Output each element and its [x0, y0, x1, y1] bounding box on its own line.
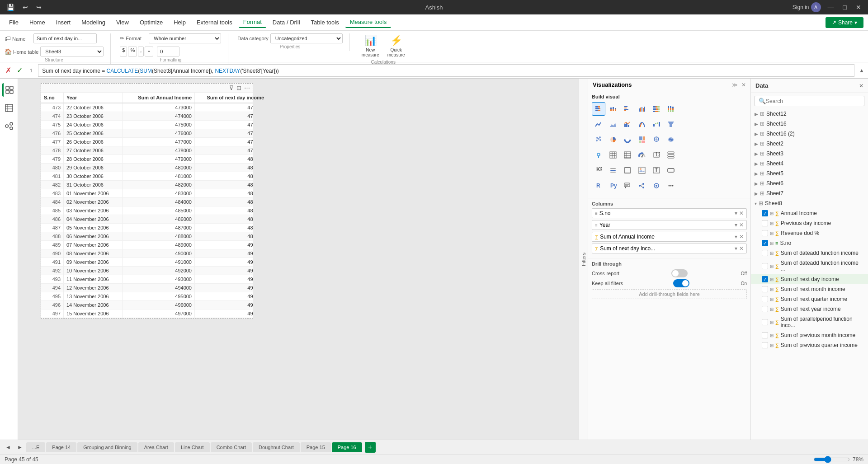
tab-nav-prev[interactable]: ◄ [3, 442, 14, 452]
menu-home[interactable]: Home [25, 17, 50, 28]
menu-external-tools[interactable]: External tools [192, 17, 237, 28]
viz-panel-expand-icon[interactable]: ≫ [732, 82, 738, 88]
ribbon-currency-btn[interactable]: $ [120, 47, 127, 56]
ribbon-percent-btn[interactable]: % [128, 47, 137, 56]
menu-view[interactable]: View [112, 17, 133, 28]
viz-100pct-bar[interactable] [650, 102, 663, 116]
menu-table-tools[interactable]: Table tools [307, 17, 344, 28]
viz-funnel[interactable] [664, 117, 678, 131]
data-tree-item[interactable]: ⊞ ∑ Sum of previous month income [751, 330, 868, 340]
undo-icon[interactable]: ↩ [20, 3, 30, 12]
field-checkbox[interactable]: ✓ [762, 276, 768, 282]
field-checkbox[interactable] [762, 332, 768, 338]
viz-azure-map[interactable] [592, 148, 605, 162]
viz-shape[interactable] [621, 164, 634, 177]
data-tree-item[interactable]: ⊞ ∑ Sum of next quarter income [751, 294, 868, 304]
more-options-icon[interactable]: ⋯ [244, 84, 250, 91]
tab-page15[interactable]: Page 15 [301, 442, 331, 452]
data-tree-item[interactable]: ✓ ⊞ ∑ Sum of next day income [751, 274, 868, 284]
data-tree-item[interactable]: ⊞ ∑ Previous day income [751, 218, 868, 228]
column-annual-dropdown[interactable]: ▾ [735, 234, 737, 240]
maximize-icon[interactable]: □ [841, 3, 849, 12]
field-checkbox[interactable] [762, 306, 768, 312]
filter-icon[interactable]: ⊽ [229, 84, 234, 91]
formula-input[interactable]: Sum of next day income = CALCULATE(SUM(S… [38, 64, 854, 77]
close-icon[interactable]: ✕ [854, 3, 863, 12]
tab-area-chart[interactable]: Area Chart [138, 442, 174, 452]
viz-text-box[interactable]: T [650, 164, 663, 177]
viz-panel-close-icon[interactable]: ✕ [741, 82, 746, 88]
data-tree-item[interactable]: ✓ ⊞ ∑ Annual Income [751, 208, 868, 218]
menu-insert[interactable]: Insert [52, 17, 75, 28]
data-tree-item[interactable]: ▶ ⊞ Sheet5 [751, 169, 868, 178]
viz-donut[interactable] [621, 133, 634, 146]
column-sno-dropdown[interactable]: ▾ [735, 210, 737, 216]
viz-kpi[interactable]: KPI [592, 164, 605, 177]
minimize-icon[interactable]: — [826, 3, 836, 12]
sign-in-button[interactable]: Sign in A [793, 2, 821, 12]
ribbon-quick-measure-btn[interactable]: ⚡ Quickmeasure [385, 33, 408, 59]
viz-100pct-col[interactable] [664, 102, 678, 116]
viz-clustered-bar[interactable] [621, 102, 634, 116]
ribbon-home-table-select[interactable]: Sheet8 [40, 47, 104, 56]
data-tree-item[interactable]: ⊞ ∑ Sum of next month income [751, 284, 868, 294]
share-button[interactable]: ↗ Share ▾ [826, 17, 863, 28]
data-tree-item[interactable]: ▶ ⊞ Sheet2 [751, 139, 868, 149]
ribbon-new-measure-btn[interactable]: 📊 Newmeasure [359, 33, 382, 59]
viz-ribbon[interactable] [635, 117, 649, 131]
field-checkbox[interactable] [762, 296, 768, 302]
viz-r-visual[interactable]: R [592, 179, 605, 192]
tab-page14[interactable]: Page 14 [46, 442, 76, 452]
viz-line-col[interactable] [621, 117, 634, 131]
viz-card[interactable]: 123 [650, 148, 663, 162]
tab-grouping[interactable]: Grouping and Binning [77, 442, 137, 452]
left-nav-data[interactable] [2, 101, 16, 115]
data-tree-item[interactable]: ⊞ ∑ Sum of next year income [751, 304, 868, 314]
menu-format[interactable]: Format [239, 17, 266, 28]
field-checkbox[interactable]: ✓ [762, 210, 768, 216]
formula-confirm-btn[interactable]: ✓ [15, 65, 24, 75]
tab-add-btn[interactable]: + [365, 442, 376, 453]
left-nav-report[interactable] [2, 83, 16, 97]
left-nav-model[interactable] [2, 119, 16, 133]
data-tree-item[interactable]: ▶ ⊞ Sheet6 [751, 178, 868, 188]
data-tree-item[interactable]: ▶ ⊞ Sheet7 [751, 188, 868, 198]
viz-line[interactable] [592, 117, 605, 131]
tab-combo-chart[interactable]: Combo Chart [211, 442, 252, 452]
viz-gauge[interactable] [635, 148, 649, 162]
filters-panel-toggle[interactable]: Filters [579, 79, 588, 440]
tab-nav-next[interactable]: ► [14, 442, 25, 452]
data-tree-item[interactable]: ⊞ ∑ Sum of previous quarter income [751, 340, 868, 350]
data-tree-item[interactable]: ⊞ ∑ Sum of dateadd function income [751, 248, 868, 258]
viz-clustered-col[interactable] [635, 102, 649, 116]
viz-button[interactable] [664, 164, 678, 177]
data-panel-close-icon[interactable]: ✕ [859, 83, 863, 89]
column-year-remove[interactable]: ✕ [739, 222, 744, 228]
viz-stacked-col[interactable] [606, 102, 620, 116]
tab-e[interactable]: ...E [26, 442, 46, 452]
ribbon-format-select[interactable]: Whole number [149, 33, 221, 43]
ribbon-comma-btn[interactable]: , [138, 47, 144, 56]
viz-map[interactable] [650, 133, 663, 146]
menu-file[interactable]: File [5, 17, 23, 28]
data-tree-item[interactable]: ▶ ⊞ Sheet3 [751, 149, 868, 159]
ribbon-name-input[interactable] [33, 33, 97, 43]
save-icon[interactable]: 💾 [5, 3, 17, 12]
viz-multi-row-card[interactable] [664, 148, 678, 162]
viz-table[interactable] [606, 148, 620, 162]
viz-image[interactable] [635, 164, 649, 177]
viz-filled-map[interactable] [664, 133, 678, 146]
data-tree-item[interactable]: ⊞ ∑ Sum of dateadd function income ... [751, 258, 868, 274]
field-checkbox[interactable] [762, 342, 768, 348]
data-tree-item[interactable]: ▶ ⊞ Sheet16 [751, 119, 868, 129]
field-checkbox[interactable] [762, 250, 768, 256]
data-tree-item[interactable]: ▶ ⊞ Sheet4 [751, 159, 868, 169]
data-tree-item[interactable]: ⊞ ∑ Revenue dod % [751, 228, 868, 238]
column-next-day-remove[interactable]: ✕ [739, 245, 744, 252]
viz-more[interactable] [664, 179, 678, 192]
focus-icon[interactable]: ⊡ [236, 84, 241, 91]
menu-help[interactable]: Help [169, 17, 190, 28]
cross-report-toggle[interactable] [671, 269, 688, 277]
tab-page16[interactable]: Page 16 [332, 442, 362, 452]
viz-smart-narrative[interactable] [621, 179, 634, 192]
